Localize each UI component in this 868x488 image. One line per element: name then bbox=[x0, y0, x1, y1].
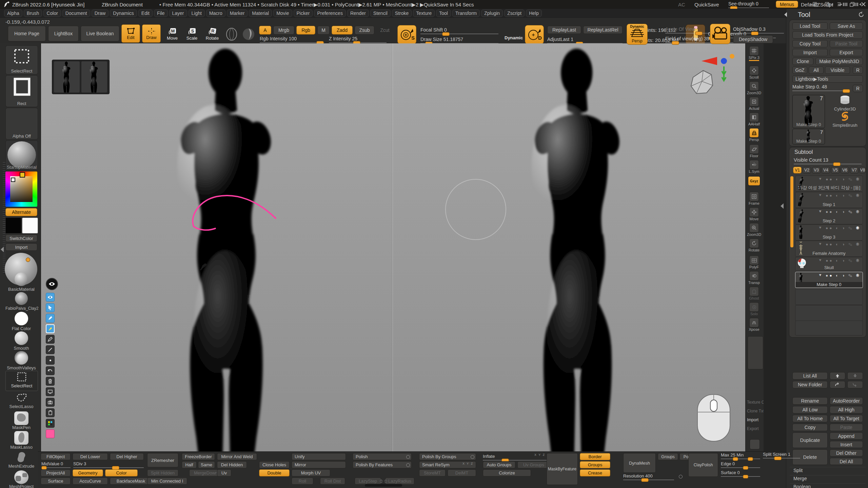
lightbox-tools-button[interactable]: Lightbox▶Tools bbox=[792, 75, 863, 83]
subtool-row-3[interactable]: ⯆ ●● ◐ ◑ ✎ ◉ Step 2 bbox=[795, 208, 863, 224]
rgb-intensity-slider[interactable]: Rgb Intensity 100 bbox=[260, 36, 324, 43]
double-button[interactable]: Double bbox=[259, 469, 290, 476]
make-step-slider[interactable]: Make Step 0. 48 bbox=[792, 84, 849, 91]
current-material[interactable]: StartupMaterial bbox=[5, 140, 38, 171]
del-mt-button[interactable]: DelMT bbox=[448, 469, 476, 476]
recent-tool-thumb[interactable]: 7 Make Step 0 bbox=[792, 129, 825, 144]
tool-export-button[interactable]: Export bbox=[830, 49, 863, 56]
movie-camera-button[interactable] bbox=[710, 24, 730, 44]
crease-button[interactable]: Crease bbox=[580, 469, 610, 476]
annotation-eye-badge[interactable] bbox=[46, 278, 58, 290]
menu-color[interactable]: Color bbox=[43, 9, 61, 17]
tool-reset-icon[interactable] bbox=[858, 12, 864, 18]
subtool-empty-row-2[interactable] bbox=[795, 305, 863, 321]
annotation-color-swatch[interactable] bbox=[46, 429, 55, 438]
mirror-button[interactable]: Mirror bbox=[292, 461, 346, 468]
brush-maskpen[interactable]: MaskPen bbox=[5, 411, 37, 430]
subtool-copy-button[interactable]: Copy bbox=[792, 424, 828, 431]
shelf-scroll-texture[interactable] bbox=[3, 162, 5, 274]
menu-preferences[interactable]: Preferences bbox=[314, 9, 346, 17]
subtool-row-1[interactable]: ⯆ ●● ◐ ◑ ✎ ◉ 15강 여성 3단계 바디 각상 - [등] bbox=[795, 176, 863, 192]
same-button[interactable]: Same bbox=[198, 461, 215, 468]
append-button[interactable]: Append bbox=[830, 432, 863, 440]
tool-thumbnails-panel[interactable] bbox=[52, 60, 110, 94]
strip-floor[interactable]: Floor bbox=[747, 144, 761, 158]
subtool-row-6[interactable]: ⯆ ●● ◐ ◑ ✎ ◉ Skull bbox=[795, 257, 863, 271]
menu-alpha[interactable]: Alpha bbox=[4, 9, 22, 17]
focal-shift-slider[interactable]: Focal Shift 0 bbox=[420, 27, 498, 34]
accu-curve-button[interactable]: AccuCurve bbox=[73, 477, 108, 485]
auto-groups-button[interactable]: Auto Groups bbox=[483, 461, 515, 468]
goz-all-button[interactable]: All bbox=[809, 66, 824, 74]
menu-document[interactable]: Document bbox=[62, 9, 90, 17]
merge-section-header[interactable]: Merge bbox=[790, 475, 866, 482]
zsub-button[interactable]: Zsub bbox=[355, 26, 374, 35]
new-folder-button[interactable]: New Folder bbox=[792, 381, 828, 388]
strip-frame[interactable]: Frame bbox=[747, 192, 761, 205]
menu-picker[interactable]: Picker bbox=[294, 9, 313, 17]
del-other-button[interactable]: Del Other bbox=[830, 449, 863, 456]
freeze-border-button[interactable]: FreezeBorder bbox=[182, 453, 215, 460]
strip-bottom-icon[interactable] bbox=[750, 439, 760, 449]
annotation-highlighter-icon[interactable] bbox=[46, 324, 55, 333]
load-tool-button[interactable]: Load Tool bbox=[792, 22, 828, 30]
menu-help[interactable]: Help bbox=[526, 9, 542, 17]
goz-r-button[interactable]: R bbox=[853, 66, 863, 74]
resolution-slider[interactable]: Resolution 400 bbox=[623, 473, 674, 480]
menu-macro[interactable]: Macro bbox=[206, 9, 225, 17]
menus-button[interactable]: Menus bbox=[776, 1, 798, 8]
zcut-button[interactable]: Zcut bbox=[376, 26, 393, 35]
split-hidden-button[interactable]: Split Hidden bbox=[147, 469, 178, 476]
strip-transp[interactable]: Transp bbox=[747, 271, 761, 285]
quicksave-button[interactable]: QuickSave bbox=[694, 2, 719, 7]
palette-collapse-icon[interactable] bbox=[784, 12, 787, 17]
color-tab[interactable]: Color bbox=[105, 469, 138, 476]
simplebrush-tool[interactable]: SimpleBrush bbox=[827, 111, 863, 127]
material-sphere-icon[interactable] bbox=[241, 27, 256, 41]
home-page-button[interactable]: Home Page bbox=[8, 26, 46, 41]
del-hidden-button[interactable]: Del Hidden bbox=[217, 461, 247, 468]
annotation-pencil-icon[interactable] bbox=[46, 335, 55, 344]
boolean-section-header[interactable]: Boolean bbox=[790, 483, 866, 488]
shelf-collapse-arrow[interactable] bbox=[1, 247, 4, 252]
strip-solo[interactable]: Solo bbox=[747, 302, 761, 316]
rename-button[interactable]: Rename bbox=[792, 397, 828, 405]
groups-button[interactable]: Groups bbox=[580, 461, 610, 468]
strip-xpose[interactable]: Xpose bbox=[747, 318, 761, 331]
vtab-v1[interactable]: V1 bbox=[793, 167, 802, 174]
subtool-row-2[interactable]: ⯆ ●● ◐ ◑ ✎ ◉ Step 1 bbox=[795, 192, 863, 208]
folder-move-up-button[interactable] bbox=[830, 381, 845, 388]
unify-button[interactable]: Unify bbox=[292, 453, 346, 460]
persp-toggle-button[interactable]: Dynamic Persp bbox=[627, 24, 648, 45]
menu-stroke[interactable]: Stroke bbox=[392, 9, 412, 17]
min-connected-button[interactable]: Min Connected I bbox=[147, 477, 187, 485]
list-all-button[interactable]: List All bbox=[792, 372, 828, 380]
texture-import-button[interactable]: Import bbox=[747, 418, 758, 422]
insert-button[interactable]: Insert bbox=[830, 441, 863, 448]
annotation-screen-icon[interactable] bbox=[46, 387, 55, 396]
uv-groups-button[interactable]: Uv Groups bbox=[517, 461, 550, 468]
menu-render[interactable]: Render bbox=[347, 9, 369, 17]
rgb-button[interactable]: Rgb bbox=[296, 26, 315, 35]
vtab-v2[interactable]: V2 bbox=[803, 167, 811, 174]
close-holes-button[interactable]: Close Holes bbox=[259, 461, 290, 468]
strip-aahalf[interactable]: AAHalf bbox=[747, 113, 761, 126]
switch-color-button[interactable]: SwitchColor bbox=[5, 235, 37, 242]
clone-txtr-button[interactable]: Clone Txtr bbox=[747, 409, 766, 413]
menu-material[interactable]: Material bbox=[249, 9, 272, 17]
draw-button[interactable]: Draw bbox=[142, 24, 161, 43]
lightbox-button[interactable]: LightBox bbox=[48, 26, 79, 41]
menu-dynamics[interactable]: Dynamics bbox=[110, 9, 137, 17]
project-all-button[interactable]: ProjectAll bbox=[41, 469, 71, 476]
sculpt-colored-figure[interactable] bbox=[160, 46, 293, 451]
spix-slider[interactable]: SPix 3 bbox=[747, 46, 761, 61]
all-high-button[interactable]: All High bbox=[830, 406, 863, 413]
menu-layer[interactable]: Layer bbox=[169, 9, 187, 17]
store-mt-button[interactable]: StoreMT bbox=[419, 469, 446, 476]
tool-import-button[interactable]: Import bbox=[792, 49, 828, 56]
cylinder3d-tool[interactable]: Cylinder3D bbox=[827, 95, 863, 110]
strip-actual[interactable]: Actual bbox=[747, 97, 761, 110]
close-icon[interactable] bbox=[861, 2, 866, 6]
vtab-v3[interactable]: V3 bbox=[812, 167, 821, 174]
lazy-radius-button[interactable]: LazyRadius bbox=[385, 477, 414, 485]
